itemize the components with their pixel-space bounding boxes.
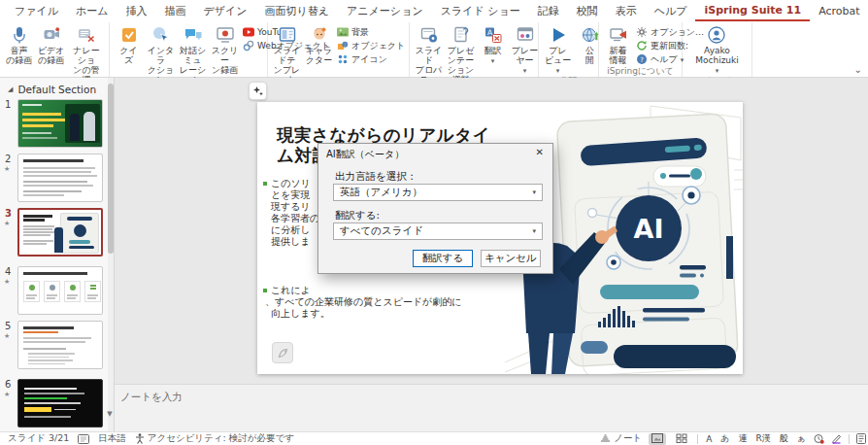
quiz-button[interactable]: クイ ズ	[113, 23, 145, 65]
tab-review[interactable]: 校閲	[568, 1, 607, 21]
section-collapse-icon: ◢	[8, 86, 13, 93]
narration-manage-button[interactable]: ナレーショ ンの管理	[67, 23, 106, 85]
whats-new-button[interactable]: 新着 情報	[602, 23, 634, 65]
chat-bubbles-icon	[184, 25, 203, 45]
slide-thumbnail-5[interactable]	[17, 321, 103, 369]
character-face-icon	[310, 25, 329, 45]
tab-ispring-suite[interactable]: iSpring Suite 11	[695, 1, 810, 21]
notes-pane[interactable]: ノートを入力	[115, 384, 868, 431]
tab-acrobat[interactable]: Acrobat	[810, 2, 868, 20]
display-settings-icon[interactable]	[78, 434, 89, 444]
gear-icon	[636, 26, 648, 38]
slide-number: 2	[5, 154, 11, 164]
dropdown-icon	[523, 65, 527, 75]
interaction-button[interactable]: インタラ クション	[145, 23, 177, 85]
output-language-select[interactable]: 英語（アメリカ） ▾	[333, 184, 543, 201]
ime-pad-icon[interactable]	[831, 433, 842, 444]
accessibility-status[interactable]: アクセシビリティ: 検討が必要です	[135, 432, 294, 445]
youtube-icon	[243, 26, 254, 38]
designer-button[interactable]	[249, 82, 267, 100]
ai-badge: AI	[634, 214, 664, 244]
language-indicator[interactable]: 日本語	[98, 432, 126, 445]
screen-record-button[interactable]: スクリー ン録画	[209, 23, 241, 75]
ime-input-mode[interactable]: A	[705, 434, 713, 444]
link-icon	[243, 40, 254, 51]
video-record-button[interactable]: ビデオ の録画	[35, 23, 67, 65]
ime-menu-icon[interactable]	[856, 433, 866, 444]
translate-ok-button[interactable]: 翻訳する	[413, 250, 473, 267]
slide-properties-button[interactable]: スライド プロパティ	[413, 23, 445, 85]
slide-template-button[interactable]: スライドテ ンプレート	[271, 23, 303, 85]
ime-conversion-mode[interactable]: 連	[738, 432, 749, 445]
preview-button[interactable]: プレ ビュー	[542, 23, 574, 75]
animation-star-icon: ★	[4, 332, 10, 340]
slide-sorter-button[interactable]	[673, 433, 690, 445]
tab-home[interactable]: ホーム	[67, 1, 117, 21]
translate-scope-label: 翻訳する:	[335, 209, 380, 222]
tab-animations[interactable]: アニメーション	[338, 1, 432, 21]
slide-body-text-1[interactable]: このソリ とを実現 現するリ 各学習者の に分析し 提供しま	[271, 178, 319, 248]
slide-thumbnails-panel: ◢ Default Section 1 2 ★	[0, 78, 115, 431]
screen-record-icon	[216, 25, 235, 45]
tab-slideshow[interactable]: スライド ショー	[432, 1, 529, 21]
slide-number: 6	[5, 379, 11, 390]
tab-transitions[interactable]: 画面切り替え	[256, 1, 339, 21]
ribbon: 音声 の録画 ビデオ の録画 ナレーショ ンの管理 ナレーション クイ ズ	[0, 22, 868, 78]
ime-kanji-mode[interactable]: R漢	[755, 432, 772, 445]
tab-insert[interactable]: 挿入	[117, 1, 156, 21]
translate-scope-select[interactable]: すべてのスライド ▾	[333, 222, 543, 240]
player-icon	[516, 25, 535, 45]
ai-translate-dialog: AI翻訳（ベータ） ✕ 出力言語を選択： 英語（アメリカ） ▾ 翻訳する: すべ…	[317, 143, 553, 274]
characters-button[interactable]: キャラ クター	[303, 23, 335, 65]
notes-placeholder: ノートを入力	[120, 391, 183, 404]
account-button[interactable]: Ayako Mochizuki	[693, 23, 741, 75]
objects-button[interactable]: オブジェクト	[337, 40, 405, 51]
audio-record-button[interactable]: 音声 の録画	[3, 23, 35, 65]
backgrounds-button[interactable]: 背景	[337, 26, 405, 38]
tab-record[interactable]: 記録	[529, 1, 568, 21]
presentation-resources-button[interactable]: プレゼンテー ション資料	[445, 23, 477, 85]
help-icon: ?	[636, 53, 648, 65]
player-button[interactable]: プレー ヤー	[509, 23, 541, 75]
image-placeholder-icon[interactable]	[272, 342, 293, 363]
dialog-close-icon[interactable]: ✕	[533, 147, 547, 157]
slide-counter: スライド 3/21	[8, 432, 69, 445]
group-narration: 音声 の録画 ビデオ の録画 ナレーショ ンの管理 ナレーション	[0, 22, 110, 77]
normal-view-button[interactable]	[649, 433, 666, 445]
collapse-ribbon-icon[interactable]: ⌄	[854, 64, 862, 75]
ime-clock-tool-icon[interactable]	[814, 433, 824, 444]
slide-thumbnail-4[interactable]	[17, 266, 103, 315]
slide-thumbnail-2[interactable]	[17, 154, 103, 202]
group-about-ispring: 新着 情報 オプション… 更新回数: ? ヘルプ	[599, 22, 683, 77]
section-header[interactable]: ◢ Default Section	[8, 84, 96, 95]
group-content-library: スライドテ ンプレート キャラ クター 背景 オブジェクト	[268, 22, 410, 77]
slide-body-text-2[interactable]: これによ 、すべての企業研修の質とスピードが劇的に 向上します。	[271, 285, 462, 320]
ime-dictionary-mode[interactable]: 般	[779, 432, 789, 445]
chevron-down-icon: ▾	[532, 188, 536, 196]
animation-star-icon: ★	[4, 391, 10, 398]
tab-design[interactable]: デザイン	[195, 1, 256, 21]
translate-button[interactable]: A 翻訳	[477, 23, 509, 65]
tab-help[interactable]: ヘルプ	[646, 1, 696, 21]
dialog-simulation-button[interactable]: 対話シミュ レーション	[177, 23, 209, 85]
cancel-button[interactable]: キャンセル	[481, 250, 541, 267]
document-clip-icon	[451, 25, 471, 45]
icons-button[interactable]: アイコン	[337, 53, 405, 65]
slide-thumbnail-6[interactable]	[17, 379, 103, 428]
play-icon	[549, 25, 568, 45]
notes-toggle[interactable]: ノート	[600, 432, 642, 445]
ime-hiragana-mode[interactable]: あ	[719, 432, 730, 445]
dropdown-icon	[716, 65, 719, 75]
tab-file[interactable]: ファイル	[6, 1, 67, 21]
tab-view[interactable]: 表示	[607, 1, 646, 21]
slide-thumbnail-3[interactable]	[17, 208, 103, 257]
scrollbar-thumb[interactable]	[108, 84, 114, 254]
microphone-icon	[10, 25, 29, 45]
group-insert: クイ ズ インタラ クション 対話シミュ レーション スクリー ン録画	[110, 22, 268, 77]
dialog-title: AI翻訳（ベータ）	[326, 148, 404, 161]
tab-draw[interactable]: 描画	[156, 1, 195, 21]
slide-thumbnail-1[interactable]	[17, 99, 103, 148]
powerpoint-window: ファイル ホーム 挿入 描画 デザイン 画面切り替え アニメーション スライド …	[0, 0, 868, 445]
ime-kana-size[interactable]: ぁ	[796, 432, 807, 445]
scroll-down-icon[interactable]: ▼	[106, 410, 114, 418]
